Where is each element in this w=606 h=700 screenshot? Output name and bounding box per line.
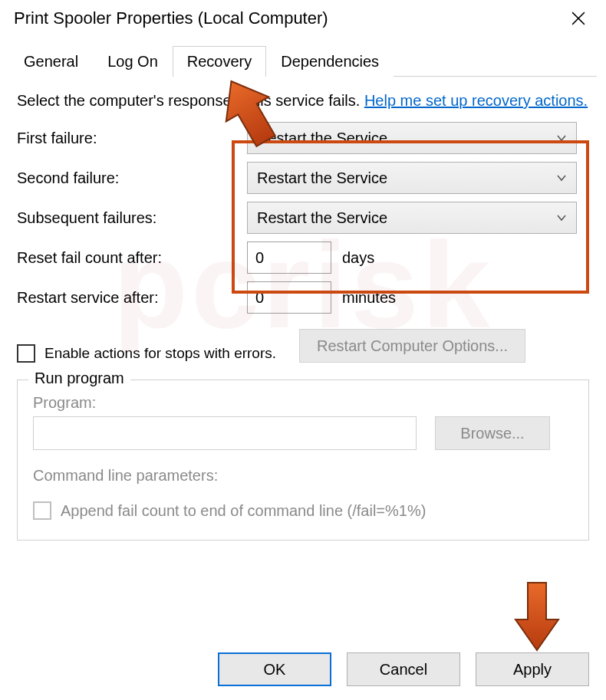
run-program-group: Run program Program: Browse... Command l… <box>17 380 589 541</box>
subsequent-failures-row: Subsequent failures: Restart the Service <box>17 202 589 234</box>
restart-service-input[interactable] <box>247 281 331 314</box>
dialog-button-row: OK Cancel Apply <box>0 652 606 686</box>
append-fail-count-label: Append fail count to end of command line… <box>61 502 426 520</box>
properties-dialog: Print Spooler Properties (Local Computer… <box>0 0 606 700</box>
reset-unit: days <box>342 249 374 267</box>
restart-service-label: Restart service after: <box>17 289 247 307</box>
tab-logon[interactable]: Log On <box>93 46 173 77</box>
reset-fail-count-label: Reset fail count after: <box>17 249 247 267</box>
enable-actions-row: Enable actions for stops with errors. <box>17 344 276 363</box>
tab-content: Select the computer's response if this s… <box>0 77 606 541</box>
second-failure-label: Second failure: <box>17 169 247 187</box>
second-failure-value: Restart the Service <box>257 169 387 187</box>
restart-computer-options-button: Restart Computer Options... <box>299 329 525 363</box>
enable-actions-checkbox[interactable] <box>17 344 35 363</box>
chevron-down-icon <box>556 173 567 183</box>
restart-unit: minutes <box>342 289 396 307</box>
tab-recovery[interactable]: Recovery <box>173 46 266 77</box>
tab-dependencies[interactable]: Dependencies <box>266 46 394 77</box>
second-failure-dropdown[interactable]: Restart the Service <box>247 162 577 194</box>
subsequent-failures-value: Restart the Service <box>257 209 387 227</box>
enable-actions-label: Enable actions for stops with errors. <box>44 345 276 362</box>
chevron-down-icon <box>556 212 567 223</box>
first-failure-label: First failure: <box>17 130 247 147</box>
ok-button[interactable]: OK <box>218 652 331 686</box>
tab-strip: General Log On Recovery Dependencies <box>9 41 597 77</box>
intro-text: Select the computer's response if this s… <box>17 90 589 111</box>
close-button[interactable] <box>565 5 592 32</box>
titlebar: Print Spooler Properties (Local Computer… <box>0 0 606 37</box>
window-title: Print Spooler Properties (Local Computer… <box>14 8 328 28</box>
intro-plain: Select the computer's response if this s… <box>17 92 364 109</box>
append-fail-count-checkbox <box>33 501 51 520</box>
cancel-button[interactable]: Cancel <box>347 652 460 686</box>
reset-fail-count-row: Reset fail count after: days <box>17 242 589 274</box>
chevron-down-icon <box>556 133 567 143</box>
subsequent-failures-dropdown[interactable]: Restart the Service <box>247 202 577 234</box>
apply-button[interactable]: Apply <box>476 652 589 686</box>
browse-button: Browse... <box>435 416 550 450</box>
run-program-title: Run program <box>28 370 130 387</box>
help-link[interactable]: Help me set up recovery actions. <box>364 92 588 109</box>
cmd-params-label: Command line parameters: <box>33 467 573 485</box>
annotation-arrow-to-apply <box>512 583 562 656</box>
reset-fail-count-input[interactable] <box>247 242 331 274</box>
program-label: Program: <box>33 394 573 412</box>
close-icon <box>571 12 585 25</box>
first-failure-value: Restart the Service <box>257 130 387 147</box>
tab-general[interactable]: General <box>9 46 93 77</box>
second-failure-row: Second failure: Restart the Service <box>17 162 589 194</box>
first-failure-dropdown[interactable]: Restart the Service <box>247 122 577 154</box>
append-fail-count-row: Append fail count to end of command line… <box>33 501 573 520</box>
first-failure-row: First failure: Restart the Service <box>17 122 589 154</box>
restart-service-row: Restart service after: minutes <box>17 281 589 314</box>
subsequent-failures-label: Subsequent failures: <box>17 209 247 227</box>
program-input <box>33 416 417 450</box>
